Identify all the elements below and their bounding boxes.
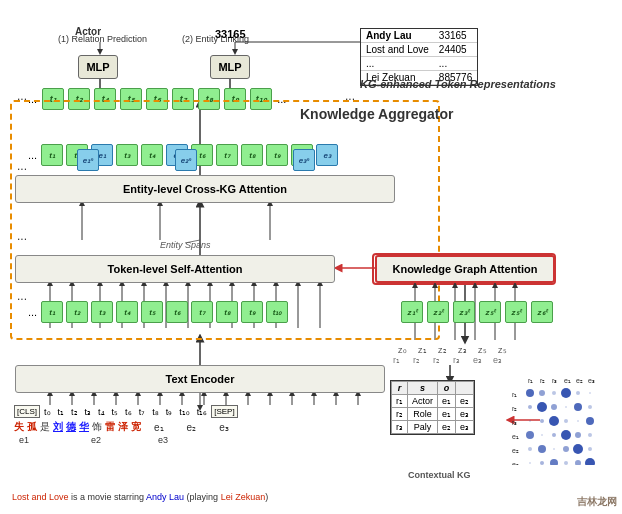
svg-point-86	[539, 390, 545, 396]
knowledge-aggregator-label: Knowledge Aggregator	[300, 106, 454, 122]
mid-token-row: ... t₁ t₂ t₃ t₄ t₅ t₆ t₇ t₈ t₉ t₁₀	[28, 300, 289, 324]
token-self-attention-layer: Token-level Self-Attention	[15, 255, 335, 283]
e-entity-row: e₁ⁿ e₂ⁿ e₃ⁿ	[28, 148, 316, 172]
svg-point-110	[538, 445, 546, 453]
relation-prediction-label: (1) Relation Prediction	[58, 34, 147, 44]
svg-point-101	[577, 420, 579, 422]
chinese-text-row: 失 孤 是 刘 德 华 饰 雷 泽 宽 e₁ e₂ e₃	[14, 420, 229, 434]
svg-point-102	[586, 417, 594, 425]
svg-text:e₃: e₃	[473, 355, 482, 365]
svg-text:r₁: r₁	[512, 391, 517, 398]
svg-text:z₂: z₂	[438, 345, 447, 355]
svg-text:r₃: r₃	[552, 377, 557, 384]
svg-text:e₃: e₃	[588, 377, 595, 384]
svg-text:z₅: z₅	[478, 345, 487, 355]
svg-point-112	[563, 446, 569, 452]
svg-point-99	[549, 416, 559, 426]
entity-cross-kg-layer: Entity-level Cross-KG Attention	[15, 175, 395, 203]
svg-point-96	[588, 405, 592, 409]
svg-point-111	[553, 448, 555, 450]
entity-e-labels: e1 e2 e3	[14, 435, 168, 445]
svg-point-91	[528, 405, 532, 409]
knowledge-graph-attention-layer: Knowledge Graph Attention	[375, 255, 555, 283]
svg-text:r₁: r₁	[528, 377, 533, 384]
svg-point-104	[541, 434, 543, 436]
svg-text:e₃: e₃	[493, 355, 502, 365]
entity-id-display: 33165	[215, 28, 246, 40]
svg-text:z₁: z₁	[418, 345, 427, 355]
svg-text:e₂: e₂	[576, 377, 583, 384]
svg-text:r₁: r₁	[393, 355, 400, 365]
svg-point-115	[529, 462, 531, 464]
svg-point-85	[526, 389, 534, 397]
svg-point-117	[550, 459, 558, 465]
svg-text:r₂: r₂	[540, 377, 545, 384]
svg-point-97	[529, 420, 531, 422]
svg-point-105	[552, 433, 556, 437]
svg-text:e₁: e₁	[564, 377, 571, 384]
mlp-box-2: MLP	[210, 55, 250, 79]
svg-point-107	[575, 432, 581, 438]
svg-point-87	[552, 391, 556, 395]
svg-point-118	[564, 461, 568, 465]
z-token-row: z₁ᵗ z₂ᵗ z₃ᵗ z₅ᵗ z₅ᵗ z₆ᵗ	[400, 300, 554, 324]
svg-point-114	[588, 447, 592, 451]
dot-matrix: r₁ r₂ r₃ e₁ e₂ e₃ r₁ r₂ r₃ e₁ e₂ e₃	[510, 375, 600, 465]
svg-point-95	[574, 403, 582, 411]
svg-text:e₃: e₃	[512, 461, 519, 465]
svg-text:e₁: e₁	[512, 433, 519, 440]
svg-point-93	[551, 404, 557, 410]
svg-point-119	[575, 460, 581, 465]
svg-point-103	[526, 431, 534, 439]
watermark: 吉林龙网	[577, 495, 617, 509]
svg-point-106	[561, 430, 571, 440]
svg-text:r₂: r₂	[512, 405, 517, 412]
svg-text:r₃: r₃	[512, 419, 517, 426]
svg-point-108	[588, 433, 592, 437]
svg-point-109	[528, 447, 532, 451]
svg-text:z₀: z₀	[398, 345, 407, 355]
svg-text:e₂: e₂	[512, 447, 519, 454]
svg-point-100	[564, 419, 568, 423]
svg-text:r₂: r₂	[413, 355, 420, 365]
contextual-kg-table: r s o r₁Actore₁e₂ r₂Rolee₁e₃ r₃Palye₂e₃	[390, 380, 475, 435]
svg-point-90	[589, 392, 591, 394]
svg-text:z₃: z₃	[458, 345, 467, 355]
svg-point-92	[537, 402, 547, 412]
kg-enhanced-label: KG-enhanced Token Representations	[360, 78, 556, 90]
svg-point-113	[573, 444, 583, 454]
mlp-box-1: MLP	[78, 55, 118, 79]
bottom-token-row: [CLS] t₀ t₁ t₂ t₃ t₄ t₅ t₆ t₇ t₈ t₉ t₁₀ …	[14, 405, 238, 418]
diagram-container: ... ... ... ... ...	[0, 0, 622, 514]
svg-text:z₅: z₅	[498, 345, 507, 355]
svg-point-98	[540, 419, 544, 423]
svg-point-116	[540, 461, 544, 465]
text-encoder-layer: Text Encoder	[15, 365, 385, 393]
svg-text:r₂: r₂	[433, 355, 440, 365]
contextual-kg-label: Contextual KG	[408, 470, 471, 480]
bottom-sentence: Lost and Love is a movie starring Andy L…	[12, 492, 268, 502]
svg-text:r₃: r₃	[453, 355, 460, 365]
svg-point-94	[565, 406, 567, 408]
svg-point-89	[576, 391, 580, 395]
svg-point-120	[585, 458, 595, 465]
svg-point-88	[561, 388, 571, 398]
